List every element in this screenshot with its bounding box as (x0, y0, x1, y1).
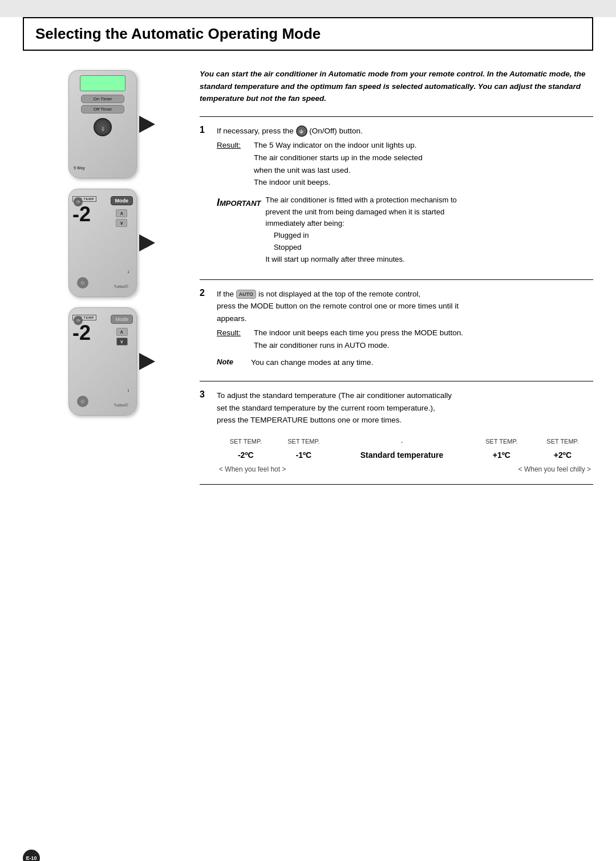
divider3 (200, 381, 593, 381)
step2-result-label: Result: (217, 327, 248, 351)
temp-value-row: -2ºC -1ºC Standard temperature +1ºC +2ºC (217, 448, 593, 462)
divider1 (200, 116, 593, 117)
onoff-icon: ⏻ (296, 125, 307, 137)
step1-button-label: (On/Off) button. (309, 127, 363, 135)
remote2-left-icon: ⟳ (74, 197, 83, 206)
remote2-up[interactable]: ∧ (116, 209, 127, 217)
step1-result: Result: The 5 Way indicator on the indoo… (217, 139, 593, 188)
main-layout: On Timer Off Timer ✕ ⏻ 5 Way ⟳ (0, 68, 616, 493)
step3-content: To adjust the standard temperature (The … (217, 389, 593, 476)
note-row: Note You can change modes at any time. (217, 356, 593, 369)
temp-val-plus1: +1ºC (471, 448, 532, 462)
temp-val-standard: Standard temperature (333, 448, 471, 462)
step3: 3 To adjust the standard temperature (Th… (200, 389, 593, 476)
step1-number: 1 (200, 125, 211, 271)
divider2 (200, 279, 593, 280)
remote1-buttons: On Timer Off Timer ✕ ⏻ (72, 95, 133, 136)
remote2-bottom-icon: ⊙ (77, 277, 88, 289)
note-text: You can change modes at any time. (251, 356, 373, 369)
remote3-updown: ∧ ∨ (116, 328, 128, 346)
remote2-arrow (139, 234, 155, 251)
remote1-wrapper: On Timer Off Timer ✕ ⏻ 5 Way (68, 70, 137, 178)
remote2-mode-btn[interactable]: Mode (111, 196, 133, 205)
remote3-turbo: Turbo/© (114, 403, 128, 407)
remote1-fiveway-label: 5 Way (74, 166, 85, 170)
remote3-bottom-icon: ⊙ (77, 396, 88, 407)
temp-feel-row: < When you feel hot > < When you feel ch… (217, 463, 593, 476)
step1-text: If necessary, press the (217, 127, 296, 135)
important-box: IMPORTANT The air conditioner is fitted … (217, 194, 593, 266)
step2-result: Result: The indoor unit beeps each time … (217, 327, 593, 351)
remote2-updown: ∧ ∨ (116, 209, 127, 227)
remote3-right: Mode ∧ ∨ (111, 315, 133, 346)
remote2-wrapper: ⟳ SET TEMP -2 Mode ∧ ∨ (68, 189, 137, 297)
temp-label-1: SET TEMP. (217, 436, 275, 448)
temp-label-dash: - (333, 436, 471, 448)
step2-content: If the AUTO is not displayed at the top … (217, 288, 593, 373)
remote1-screen (80, 75, 125, 91)
page-number-text: E-10 (26, 855, 37, 861)
remote3-temp: -2 (72, 323, 91, 343)
page-number: E-10 (23, 850, 40, 861)
temp-val-plus2: +2ºC (532, 448, 593, 462)
remote2-temp: -2 (72, 204, 91, 225)
temp-table: SET TEMP. SET TEMP. - SET TEMP. SET TEMP… (217, 436, 593, 476)
remote3: ⟳ SET TEMP -2 Mode ∧ ∨ (68, 307, 137, 416)
temp-label-2: SET TEMP. (275, 436, 333, 448)
remote1: On Timer Off Timer ✕ ⏻ 5 Way (68, 70, 137, 178)
step3-number: 3 (200, 389, 211, 476)
important-text: The air conditioner is fitted with a pro… (266, 194, 457, 266)
right-column: You can start the air conditioner in Aut… (200, 68, 593, 493)
remote1-on-timer: On Timer (81, 95, 124, 103)
intro-text: You can start the air conditioner in Aut… (200, 68, 593, 105)
step2-result-text: The indoor unit beeps each time you pres… (254, 327, 463, 351)
remote1-cancel: ✕ ⏻ (94, 118, 112, 136)
page: Selecting the Automatic Operating Mode O… (0, 17, 616, 861)
temp-label-4: SET TEMP. (532, 436, 593, 448)
remote1-arrow (139, 116, 155, 133)
remote1-off-timer: Off Timer (81, 105, 124, 113)
temp-label-3: SET TEMP. (471, 436, 532, 448)
remote3-down[interactable]: ∨ (116, 338, 128, 346)
feel-hot: < When you feel hot > (217, 463, 333, 476)
temp-val-minus1: -1ºC (275, 448, 333, 462)
divider4 (200, 484, 593, 485)
step3-text: To adjust the standard temperature (The … (217, 391, 452, 424)
remote3-mode-btn[interactable]: Mode (111, 315, 133, 324)
step1-result-text: The 5 Way indicator on the indoor unit l… (254, 139, 423, 188)
important-label: IMPORTANT (217, 194, 261, 266)
remote3-thermo-icon: 🌡 (127, 388, 131, 392)
step1-result-label: Result: (217, 139, 248, 188)
feel-center (333, 463, 471, 476)
remote2-thermo-icon: 🌡 (127, 270, 131, 274)
remote3-up[interactable]: ∧ (116, 328, 128, 336)
remote3-wrapper: ⟳ SET TEMP -2 Mode ∧ ∨ (68, 307, 137, 416)
step1-content: If necessary, press the ⏻ (On/Off) butto… (217, 125, 593, 271)
temp-label-row: SET TEMP. SET TEMP. - SET TEMP. SET TEMP… (217, 436, 593, 448)
remote3-arrow (139, 353, 155, 370)
remote2-turbo: Turbo/© (114, 285, 128, 289)
step2: 2 If the AUTO is not displayed at the to… (200, 288, 593, 373)
page-header: Selecting the Automatic Operating Mode (23, 17, 593, 51)
note-label: Note (217, 356, 245, 369)
feel-chilly: < When you feel chilly > (471, 463, 593, 476)
auto-mode-icon: AUTO (236, 290, 256, 299)
remote2-right: Mode ∧ ∨ (111, 196, 133, 227)
step1: 1 If necessary, press the ⏻ (On/Off) but… (200, 125, 593, 271)
remote2: ⟳ SET TEMP -2 Mode ∧ ∨ (68, 189, 137, 297)
step2-text: If the (217, 290, 236, 298)
step2-number: 2 (200, 288, 211, 373)
temp-val-minus2: -2ºC (217, 448, 275, 462)
left-column: On Timer Off Timer ✕ ⏻ 5 Way ⟳ (23, 68, 183, 493)
remote2-down[interactable]: ∨ (116, 219, 127, 227)
remote3-left-icon: ⟳ (74, 316, 83, 325)
page-title: Selecting the Automatic Operating Mode (35, 25, 321, 42)
